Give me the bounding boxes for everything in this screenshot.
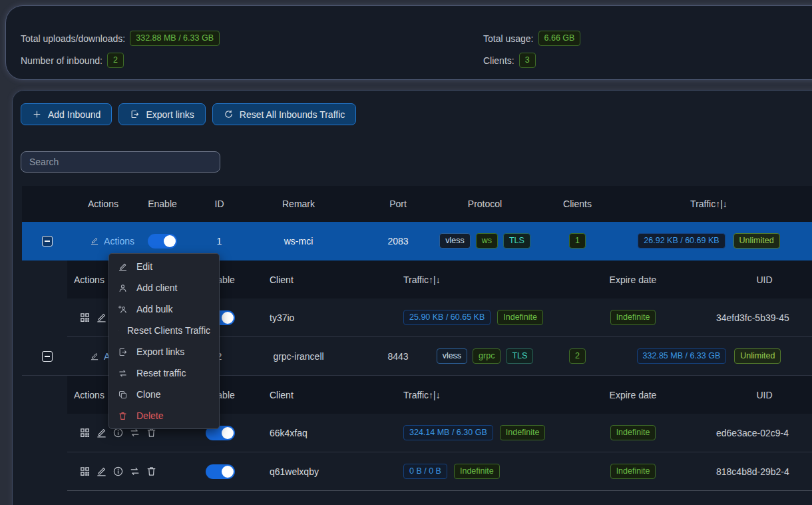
header-actions: Actions <box>72 199 134 209</box>
client-traffic-status-badge: Indefinite <box>500 425 546 440</box>
info-icon[interactable] <box>112 466 124 477</box>
menu-item-export-links[interactable]: Export links <box>109 341 219 362</box>
toolbar: Add Inbound Export links Reset All Inbou… <box>21 103 356 125</box>
header-id[interactable]: ID <box>190 199 248 209</box>
actions-dropdown-menu: Edit Add client Add bulk Reset Clients T… <box>108 253 220 429</box>
clients-count-badge: 1 <box>569 233 586 249</box>
actions-dropdown-trigger[interactable]: Actions <box>104 236 134 247</box>
inbound-port: 2083 <box>349 236 447 247</box>
menu-item-edit[interactable]: Edit <box>109 256 219 277</box>
total-usage-badge: 6.66 GB <box>538 31 581 46</box>
client-name: q61welxqby <box>254 466 370 477</box>
client-uid: 818c4b8d-29b2-4 <box>716 466 789 477</box>
protocol-badge-vless: vless <box>439 233 470 249</box>
pencil-icon[interactable] <box>90 350 99 362</box>
header-clients: Clients <box>522 199 632 209</box>
client-header-traffic-sort[interactable]: Traffic↑|↓ <box>370 274 550 285</box>
inbound-port: 8443 <box>349 351 447 362</box>
plus-icon <box>32 109 42 119</box>
header-traffic-sort[interactable]: Traffic↑|↓ <box>632 199 785 209</box>
protocol-badges: vless grpc TLS <box>447 348 522 364</box>
total-uploads-downloads-label: Total uploads/downloads: <box>21 33 125 44</box>
quota-badge: Unlimited <box>733 233 780 249</box>
pencil-icon[interactable] <box>96 466 107 477</box>
protocol-badge-vless: vless <box>437 348 467 364</box>
client-header-traffic-sort[interactable]: Traffic↑|↓ <box>370 390 550 400</box>
header-enable: Enable <box>134 199 190 209</box>
menu-item-delete[interactable]: Delete <box>109 405 219 426</box>
row-checkbox-indeterminate[interactable] <box>42 351 53 362</box>
pencil-icon <box>118 262 128 272</box>
header-port[interactable]: Port <box>349 199 447 209</box>
inbound-remark: ws-mci <box>248 236 349 247</box>
export-links-button[interactable]: Export links <box>118 103 205 125</box>
menu-item-reset-clients-traffic[interactable]: Reset Clients Traffic <box>109 320 219 341</box>
client-header-uid: UID <box>716 274 812 285</box>
client-name: ty37io <box>254 312 370 323</box>
client-traffic-status-badge: Indefinite <box>454 464 500 479</box>
enable-toggle[interactable] <box>148 234 177 249</box>
client-uid: ed6e3ace-02c9-4 <box>716 428 789 438</box>
client-header-client: Client <box>254 390 370 400</box>
person-icon <box>118 283 128 293</box>
qrcode-icon[interactable] <box>79 427 91 438</box>
clients-label: Clients: <box>483 55 514 66</box>
menu-item-clone[interactable]: Clone <box>109 384 219 405</box>
pencil-icon[interactable] <box>90 235 99 247</box>
total-uploads-downloads-badge: 332.88 MB / 6.33 GB <box>130 31 220 46</box>
client-expire-badge: Indefinite <box>610 310 656 325</box>
menu-item-add-client[interactable]: Add client <box>109 277 219 298</box>
qrcode-icon[interactable] <box>79 466 91 477</box>
add-inbound-label: Add Inbound <box>48 109 101 120</box>
qrcode-icon[interactable] <box>79 312 91 323</box>
swap-icon <box>118 368 128 378</box>
header-remark[interactable]: Remark <box>248 199 349 209</box>
protocol-badges: vless ws TLS <box>447 233 522 249</box>
inbound-id: 1 <box>190 236 248 247</box>
person-plus-icon <box>118 304 128 314</box>
client-traffic-badge: 0 B / 0 B <box>403 464 447 479</box>
client-header-uid: UID <box>716 390 812 400</box>
client-expire-badge: Indefinite <box>610 425 656 440</box>
client-header-expire-date: Expire date <box>550 390 716 400</box>
export-icon <box>130 109 140 119</box>
total-usage-label: Total usage: <box>483 33 534 44</box>
traffic-badge: 332.85 MB / 6.33 GB <box>637 348 727 364</box>
client-enable-toggle[interactable] <box>206 464 235 479</box>
client-header-client: Client <box>254 274 370 285</box>
reset-all-inbounds-traffic-button[interactable]: Reset All Inbounds Traffic <box>212 103 357 125</box>
row-checkbox-indeterminate[interactable] <box>42 236 53 247</box>
clients-badge: 3 <box>519 53 536 68</box>
client-row-q61welxqby: q61welxqby 0 B / 0 B Indefinite Indefini… <box>67 452 812 491</box>
trash-icon <box>118 411 128 421</box>
export-icon <box>118 347 128 357</box>
number-of-inbound-label: Number of inbound: <box>21 55 102 66</box>
number-of-inbound-badge: 2 <box>107 53 124 68</box>
inbound-remark: grpc-irancell <box>248 351 349 362</box>
header-protocol: Protocol <box>447 199 522 209</box>
search-input[interactable] <box>21 151 220 173</box>
client-traffic-badge: 324.14 MB / 6.30 GB <box>403 425 493 440</box>
protocol-badge-grpc: grpc <box>473 348 501 364</box>
client-traffic-status-badge: Indefinite <box>497 310 543 325</box>
client-header-expire-date: Expire date <box>550 274 716 285</box>
client-traffic-badge: 25.90 KB / 60.65 KB <box>403 310 491 325</box>
clone-icon <box>118 390 128 400</box>
traffic-badge: 26.92 KB / 60.69 KB <box>638 233 725 249</box>
clients-count-badge: 2 <box>569 348 586 364</box>
pencil-icon[interactable] <box>96 427 107 438</box>
inbounds-table-header: Actions Enable ID Remark Port Protocol C… <box>22 186 812 222</box>
client-uid: 34efd3fc-5b39-45 <box>716 312 789 323</box>
stats-card: Total uploads/downloads: 332.88 MB / 6.3… <box>5 5 812 80</box>
reset-all-inbounds-traffic-label: Reset All Inbounds Traffic <box>240 109 345 120</box>
doc-reset-icon <box>118 326 118 336</box>
quota-badge: Unlimited <box>734 348 781 364</box>
swap-icon[interactable] <box>129 466 140 477</box>
menu-item-reset-traffic[interactable]: Reset traffic <box>109 362 219 384</box>
add-inbound-button[interactable]: Add Inbound <box>21 103 112 125</box>
pencil-icon[interactable] <box>96 312 107 323</box>
menu-item-add-bulk[interactable]: Add bulk <box>109 298 219 320</box>
reload-icon <box>224 109 234 119</box>
export-links-label: Export links <box>146 109 194 120</box>
trash-icon[interactable] <box>146 466 157 477</box>
